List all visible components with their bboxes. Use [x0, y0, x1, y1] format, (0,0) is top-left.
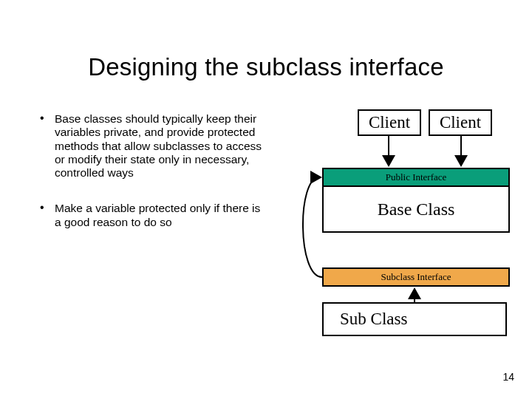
client-box-2: Client: [429, 109, 492, 136]
subclass-interface-bar: Subclass Interface: [322, 267, 510, 287]
slide-title: Designing the subclass interface: [0, 53, 532, 81]
base-class-box: Base Class: [322, 185, 510, 233]
bullet-item: Make a variable protected only if there …: [38, 202, 267, 229]
public-interface-bar: Public Interface: [322, 168, 510, 187]
page-number: 14: [502, 371, 514, 383]
sub-class-box: Sub Class: [322, 302, 507, 336]
slide: Designing the subclass interface Base cl…: [0, 0, 532, 399]
bullet-item: Base classes should typically keep their…: [38, 112, 267, 180]
diagram: Client Client Public Interface Base Clas…: [301, 109, 517, 357]
client-box-1: Client: [358, 109, 421, 136]
bullet-list: Base classes should typically keep their…: [38, 112, 267, 251]
